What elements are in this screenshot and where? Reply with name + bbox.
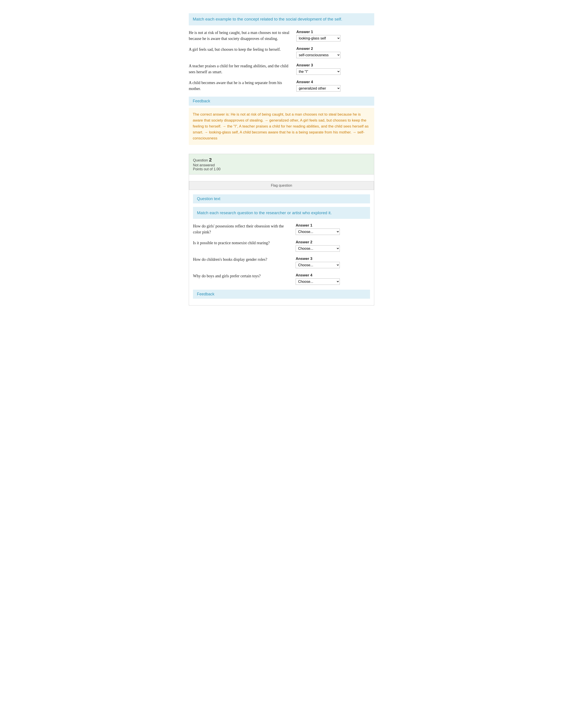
q2-matching-row-4: Why do boys and girls prefer certain toy… <box>193 273 370 285</box>
matching-row-3: A teacher praises a child for her readin… <box>189 63 374 75</box>
matching-row-2: A girl feels sad, but chooses to keep th… <box>189 47 374 58</box>
q1-row2-select[interactable]: looking-glass self self-consciousness th… <box>296 52 341 58</box>
question-1-block: Match each example to the concept relate… <box>189 13 374 145</box>
q2-spacer <box>189 174 374 181</box>
q2-matching-row-3: How do children's books display gender r… <box>193 257 370 268</box>
q1-row3-answer: Answer 3 looking-glass self self-conscio… <box>296 63 374 75</box>
q1-row2-answer-label: Answer 2 <box>296 47 374 51</box>
q1-row4-answer-label: Answer 4 <box>296 80 374 84</box>
q1-row4-text: A child becomes aware that he is a being… <box>189 80 296 92</box>
q2-row1-answer-label: Answer 1 <box>296 223 370 228</box>
q2-matching-row-1: How do girls' possessions reflect their … <box>193 223 370 235</box>
q2-row3-answer-label: Answer 3 <box>296 257 370 261</box>
q1-row2-answer: Answer 2 looking-glass self self-conscio… <box>296 47 374 58</box>
question-2-status: Not answered <box>193 163 370 167</box>
q1-feedback-content: The correct answer is: He is not at risk… <box>189 108 374 145</box>
q2-row4-text: Why do boys and girls prefer certain toy… <box>193 273 296 279</box>
q2-row4-answer-label: Answer 4 <box>296 273 370 278</box>
q1-row1-answer-label: Answer 1 <box>296 30 374 34</box>
question-label: Question <box>193 158 208 162</box>
q2-row4-select[interactable]: Choose... Option A Option B Option C Opt… <box>296 278 340 285</box>
question-text-label: Question text <box>197 197 366 201</box>
q2-feedback-label: Feedback <box>197 292 366 296</box>
q1-row1-answer: Answer 1 looking-glass self self-conscio… <box>296 30 374 41</box>
flag-question-label[interactable]: Flag question <box>271 184 292 187</box>
q2-row1-select[interactable]: Choose... Option A Option B Option C Opt… <box>296 229 340 235</box>
flag-question-bar[interactable]: Flag question <box>189 181 374 190</box>
question-2-header: Match each research question to the rese… <box>197 210 366 216</box>
q2-row1-answer: Answer 1 Choose... Option A Option B Opt… <box>296 223 370 235</box>
q1-row3-select[interactable]: looking-glass self self-consciousness th… <box>296 68 341 75</box>
q1-row4-answer: Answer 4 looking-glass self self-conscio… <box>296 80 374 92</box>
q2-matching-row-2: Is it possible to practice nonsexist chi… <box>193 240 370 252</box>
question-2-outer: Question 2 Not answered Points out of 1.… <box>189 154 374 306</box>
question-2-number-line: Question 2 <box>193 157 370 163</box>
q2-row1-text: How do girls' possessions reflect their … <box>193 223 296 235</box>
q2-row3-select[interactable]: Choose... Option A Option B Option C Opt… <box>296 262 340 268</box>
q1-row4-select[interactable]: looking-glass self self-consciousness th… <box>296 85 341 92</box>
question-2-header-bar: Match each research question to the rese… <box>193 207 370 219</box>
q1-row1-text: He is not at risk of being caught, but a… <box>189 30 296 42</box>
q2-row2-select[interactable]: Choose... Option A Option B Option C Opt… <box>296 245 340 252</box>
q2-feedback-bar: Feedback <box>193 290 370 299</box>
q1-feedback-bar: Feedback <box>189 97 374 106</box>
q1-row3-text: A teacher praises a child for her readin… <box>189 63 296 75</box>
matching-row-4: A child becomes aware that he is a being… <box>189 80 374 92</box>
q2-row3-answer: Answer 3 Choose... Option A Option B Opt… <box>296 257 370 268</box>
question-1-header-bar: Match each example to the concept relate… <box>189 13 374 25</box>
q2-row2-answer: Answer 2 Choose... Option A Option B Opt… <box>296 240 370 252</box>
question-2-text-label-bar: Question text <box>193 194 370 203</box>
q1-row3-answer-label: Answer 3 <box>296 63 374 68</box>
question-2-meta-bar: Question 2 Not answered Points out of 1.… <box>189 154 374 174</box>
question-number: 2 <box>209 157 212 163</box>
q1-row2-text: A girl feels sad, but chooses to keep th… <box>189 47 296 53</box>
q1-feedback-label: Feedback <box>193 99 370 103</box>
question-2-points: Points out of 1.00 <box>193 167 370 171</box>
q2-row4-answer: Answer 4 Choose... Option A Option B Opt… <box>296 273 370 285</box>
q1-row1-select[interactable]: looking-glass self self-consciousness th… <box>296 35 341 41</box>
q2-row3-text: How do children's books display gender r… <box>193 257 296 263</box>
question-1-header: Match each example to the concept relate… <box>193 16 370 22</box>
question-2-content: Question text Match each research questi… <box>189 194 374 306</box>
matching-row-1: He is not at risk of being caught, but a… <box>189 30 374 42</box>
q2-row2-text: Is it possible to practice nonsexist chi… <box>193 240 296 246</box>
q2-row2-answer-label: Answer 2 <box>296 240 370 244</box>
